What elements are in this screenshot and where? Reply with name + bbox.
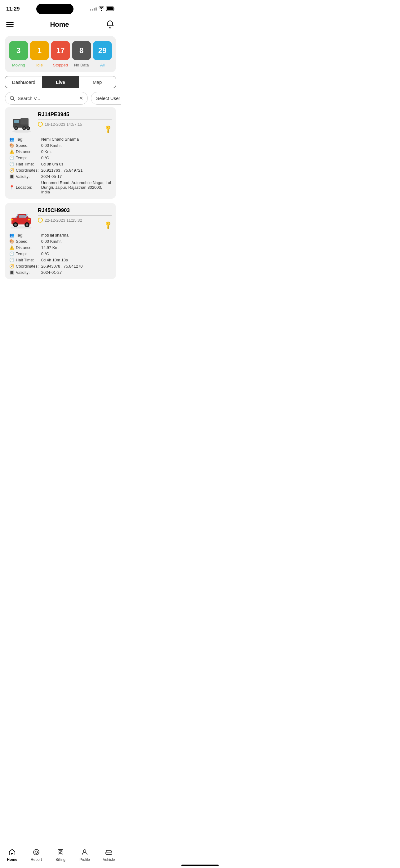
vehicle-time-1: 16-12-2023 14:57:15 [38,122,112,127]
time-icon-2 [38,218,43,223]
tag-value-2: moti lal sharma [41,233,112,238]
svg-point-10 [23,127,25,129]
distance-value-2: 14.97 Km. [41,245,112,250]
location-key-1: 📍 Location: [9,180,39,194]
status-icons [90,6,115,12]
temp-icon-1: 🕐 [9,156,14,160]
search-area: ✕ Select User ⌄ [5,92,116,104]
nodata-label: No Data [74,63,89,67]
coords-icon-1: 🧭 [9,168,14,173]
vehicle-datetime-2: 22-12-2023 11:25:32 [45,218,82,223]
vehicle-header-1: RJ14PE3945 16-12-2023 14:57:15 [9,112,112,134]
halt-key-2: 🕐 Halt Time: [9,258,39,262]
vehicle-image-truck [9,112,34,134]
svg-point-13 [12,130,31,132]
halt-key-1: 🕐 Halt Time: [9,162,39,166]
notification-bell-icon[interactable] [105,20,115,29]
distance-key-2: ⚠️ Distance: [9,245,39,250]
menu-button[interactable] [6,22,14,27]
status-bar: 11:29 [0,0,121,17]
validity-value-1: 2024-05-17 [41,174,112,179]
speed-key-1: 🎨 Speed: [9,143,39,148]
vehicle-info-header-1: RJ14PE3945 16-12-2023 14:57:15 [38,112,112,127]
vehicle-card-2[interactable]: RJ45CH9903 22-12-2023 11:25:32 🔑 👥 Tag: … [5,203,116,279]
svg-point-19 [26,223,28,226]
clear-search-button[interactable]: ✕ [79,95,83,101]
svg-rect-1 [107,7,113,10]
validity-key-2: 🔳 Validity: [9,270,39,275]
location-icon-1: 📍 [9,185,14,190]
stats-section: 3 Moving 1 Idle 17 Stopped 8 No Data 29 … [5,36,116,72]
validity-value-2: 2024-01-27 [41,270,112,275]
svg-rect-15 [19,215,26,218]
vehicle-plate-1: RJ14PE3945 [38,112,112,120]
coords-value-2: 26.943078 , 75.841270 [41,264,112,269]
search-input[interactable] [18,96,76,101]
svg-rect-20 [28,219,30,220]
vehicle-datetime-1: 16-12-2023 14:57:15 [45,122,82,127]
page-title: Home [50,21,69,29]
temp-value-2: 0 °C [41,251,112,256]
moving-count: 3 [9,41,28,60]
svg-rect-5 [14,120,19,123]
vehicle-info-header-2: RJ45CH9903 22-12-2023 11:25:32 [38,207,112,223]
coords-icon-2: 🧭 [9,264,14,269]
tag-icon-2: 👥 [9,233,14,238]
svg-rect-21 [11,219,13,220]
search-icon [10,96,15,101]
tab-map[interactable]: Map [79,76,116,88]
svg-point-2 [10,96,14,100]
tab-dashboard[interactable]: DashBoard [5,76,42,88]
header: Home [0,17,121,34]
vehicle-plate-2: RJ45CH9903 [38,207,112,216]
coords-key-2: 🧭 Coordinates: [9,264,39,269]
stat-moving[interactable]: 3 Moving [9,41,28,67]
halt-icon-2: 🕐 [9,258,14,262]
vehicle-card-1[interactable]: RJ14PE3945 16-12-2023 14:57:15 🔑 👥 Tag: … [5,107,116,199]
stopped-count: 17 [51,41,70,60]
vehicle-details-1: 👥 Tag: Nemi Chand Sharma 🎨 Speed: 0.00 K… [9,137,112,194]
stat-all[interactable]: 29 All [93,41,112,67]
speed-icon-1: 🎨 [9,143,14,148]
tab-live[interactable]: Live [42,76,79,88]
distance-key-1: ⚠️ Distance: [9,149,39,154]
moving-label: Moving [12,63,25,67]
speed-value-2: 0.00 Km/hr. [41,239,112,244]
stat-nodata[interactable]: 8 No Data [72,41,91,67]
svg-point-12 [27,127,29,129]
search-box[interactable]: ✕ [5,92,88,104]
tab-bar: DashBoard Live Map [5,76,116,88]
select-user-dropdown[interactable]: Select User ⌄ [91,92,121,104]
temp-key-1: 🕐 Temp: [9,156,39,160]
car-icon [9,207,34,228]
validity-key-1: 🔳 Validity: [9,174,39,179]
stat-stopped[interactable]: 17 Stopped [51,41,70,67]
truck-icon [9,112,34,132]
stopped-label: Stopped [53,63,68,67]
temp-icon-2: 🕐 [9,251,14,256]
select-user-label: Select User [96,96,120,101]
tag-key-1: 👥 Tag: [9,137,39,142]
svg-point-8 [15,127,17,129]
stat-idle[interactable]: 1 Idle [30,41,49,67]
status-time: 11:29 [6,6,20,12]
coords-key-1: 🧭 Coordinates: [9,168,39,173]
speed-value-1: 0.00 Km/hr. [41,143,112,148]
signal-icon [90,7,97,10]
vehicle-details-2: 👥 Tag: moti lal sharma 🎨 Speed: 0.00 Km/… [9,233,112,275]
temp-value-1: 0 °C [41,156,112,160]
vehicle-time-2: 22-12-2023 11:25:32 [38,218,112,223]
wifi-icon [99,6,104,12]
validity-icon-1: 🔳 [9,174,14,179]
svg-rect-6 [21,118,29,124]
svg-point-17 [14,223,17,226]
tag-key-2: 👥 Tag: [9,233,39,238]
all-label: All [100,63,104,67]
coords-value-1: 26.911763 , 75.849721 [41,168,112,173]
idle-count: 1 [30,41,49,60]
halt-value-1: 0d 0h 0m 0s [41,162,112,166]
dynamic-island [36,4,73,14]
vehicle-list: RJ14PE3945 16-12-2023 14:57:15 🔑 👥 Tag: … [5,107,116,304]
time-icon-1 [38,122,43,127]
vehicle-image-car [9,207,34,230]
